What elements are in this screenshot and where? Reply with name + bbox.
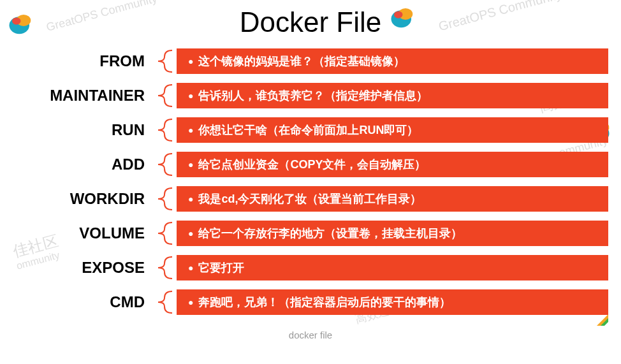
page-title: Docker File [0,0,621,48]
instruction-row: ADD ●给它点创业资金（COPY文件，会自动解压） [0,151,608,178]
description-text: 给它一个存放行李的地方（设置卷，挂载主机目录） [198,226,462,241]
instruction-row: CMD ●奔跑吧，兄弟！（指定容器启动后的要干的事情） [0,289,608,316]
instruction-description: ●给它一个存放行李的地方（设置卷，挂载主机目录） [177,221,608,246]
brace-icon [150,220,177,247]
instruction-description: ●你想让它干啥（在命令前面加上RUN即可） [177,117,608,143]
description-text: 我是cd,今天刚化了妆（设置当前工作目录） [198,191,421,207]
instruction-label: RUN [0,121,150,139]
bullet-icon: ● [188,194,193,204]
instruction-row: VOLUME ●给它一个存放行李的地方（设置卷，挂载主机目录） [0,220,608,247]
brace-icon [150,117,177,143]
instruction-label: MAINTAINER [0,87,150,105]
instruction-row: RUN ●你想让它干啥（在命令前面加上RUN即可） [0,117,608,143]
instruction-row: WORKDIR ●我是cd,今天刚化了妆（设置当前工作目录） [0,186,608,212]
description-text: 告诉别人，谁负责养它？（指定维护者信息） [198,88,428,103]
bullet-icon: ● [188,56,193,66]
brace-icon [150,82,177,109]
description-text: 奔跑吧，兄弟！（指定容器启动后的要干的事情） [198,295,451,310]
instruction-description: ●奔跑吧，兄弟！（指定容器启动后的要干的事情） [177,289,608,315]
bullet-icon: ● [188,125,193,135]
instruction-description: ●给它点创业资金（COPY文件，会自动解压） [177,152,608,177]
bullet-icon: ● [188,228,193,238]
instruction-row: FROM ●这个镜像的妈妈是谁？（指定基础镜像） [0,48,608,75]
brace-icon [150,186,177,212]
instruction-label: EXPOSE [0,259,150,277]
brace-icon [150,151,177,178]
bullet-icon: ● [188,263,193,273]
description-text: 给它点创业资金（COPY文件，会自动解压） [198,157,426,172]
instruction-label: ADD [0,156,150,173]
instruction-list: FROM ●这个镜像的妈妈是谁？（指定基础镜像） MAINTAINER ●告诉别… [0,48,621,316]
instruction-label: CMD [0,293,150,311]
description-text: 你想让它干啥（在命令前面加上RUN即可） [198,122,418,138]
instruction-description: ●告诉别人，谁负责养它？（指定维护者信息） [177,83,608,108]
description-text: 它要打开 [198,260,244,275]
instruction-row: EXPOSE ●它要打开 [0,254,608,281]
instruction-label: VOLUME [0,224,150,242]
corner-accent-icon [597,314,608,326]
instruction-description: ●我是cd,今天刚化了妆（设置当前工作目录） [177,186,608,212]
instruction-description: ●它要打开 [177,255,608,280]
instruction-row: MAINTAINER ●告诉别人，谁负责养它？（指定维护者信息） [0,82,608,109]
brace-icon [150,289,177,316]
bullet-icon: ● [188,91,193,101]
instruction-description: ●这个镜像的妈妈是谁？（指定基础镜像） [177,48,608,74]
description-text: 这个镜像的妈妈是谁？（指定基础镜像） [198,54,405,69]
image-caption: docker file [0,330,621,340]
bullet-icon: ● [188,297,193,307]
brace-icon [150,254,177,281]
brace-icon [150,48,177,75]
bullet-icon: ● [188,159,193,170]
instruction-label: WORKDIR [0,190,150,208]
instruction-label: FROM [0,52,150,70]
